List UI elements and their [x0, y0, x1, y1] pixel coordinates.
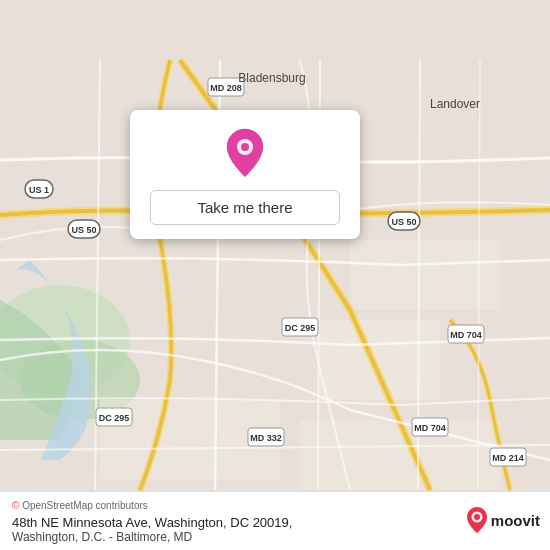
copyright-symbol: ©: [12, 500, 19, 511]
svg-text:MD 332: MD 332: [250, 433, 282, 443]
destination-card: Take me there: [130, 110, 360, 239]
svg-rect-4: [350, 240, 500, 310]
svg-text:MD 214: MD 214: [492, 453, 524, 463]
address-line1: 48th NE Minnesota Ave, Washington, DC 20…: [12, 515, 538, 530]
svg-text:MD 704: MD 704: [450, 330, 482, 340]
svg-text:MD 208: MD 208: [210, 83, 242, 93]
map-svg: MD 208 US 1 US 50 US 50 US 50 DC 295 DC …: [0, 0, 550, 550]
svg-text:US 50: US 50: [391, 217, 416, 227]
moovit-label: moovit: [491, 512, 540, 529]
svg-text:DC 295: DC 295: [285, 323, 316, 333]
svg-text:MD 704: MD 704: [414, 423, 446, 433]
svg-text:Landover: Landover: [430, 97, 480, 111]
moovit-logo: moovit: [466, 506, 540, 534]
address-line2: Washington, D.C. - Baltimore, MD: [12, 530, 538, 544]
svg-rect-3: [320, 320, 440, 400]
svg-point-33: [241, 143, 249, 151]
map-container: MD 208 US 1 US 50 US 50 US 50 DC 295 DC …: [0, 0, 550, 550]
location-pin-icon: [223, 126, 267, 180]
svg-text:Bladensburg: Bladensburg: [238, 71, 305, 85]
svg-text:US 50: US 50: [71, 225, 96, 235]
svg-text:DC 295: DC 295: [99, 413, 130, 423]
moovit-pin-icon: [466, 506, 488, 534]
map-attribution: © OpenStreetMap contributors: [12, 500, 538, 511]
take-me-there-button[interactable]: Take me there: [150, 190, 340, 225]
bottom-info-bar: © OpenStreetMap contributors 48th NE Min…: [0, 491, 550, 550]
svg-point-35: [474, 514, 480, 520]
svg-text:US 1: US 1: [29, 185, 49, 195]
